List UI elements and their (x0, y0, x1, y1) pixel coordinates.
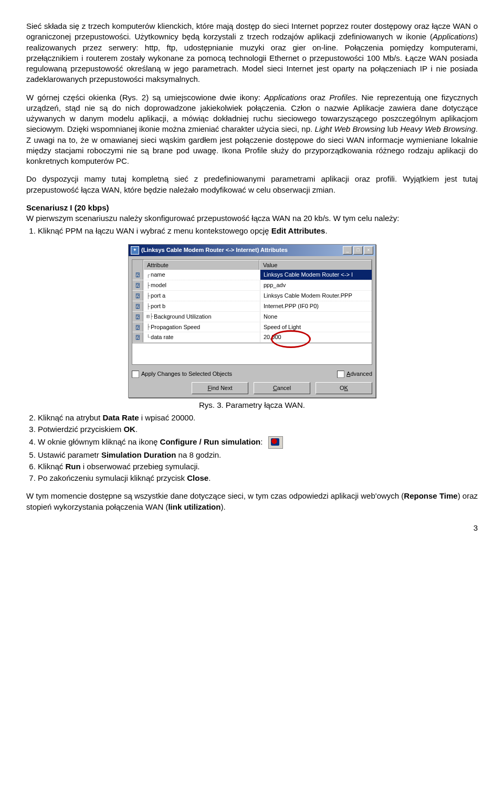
text: . (208, 473, 211, 482)
app-icon: ✦ (131, 246, 139, 255)
steps-list-1: Kliknąć PPM na łączu WAN i wybrać z menu… (26, 226, 478, 236)
text: lub (385, 124, 400, 133)
table-row[interactable]: ⍰└data rate20,000 (132, 332, 372, 343)
text-bold: OK (123, 425, 135, 434)
text: na 8 godzin. (176, 450, 221, 459)
text-bold: Simulation Duration (101, 450, 176, 459)
value-cell[interactable]: Linksys Cable Modem Router <-> I (260, 270, 372, 280)
page-number: 3 (26, 523, 478, 533)
text-italic: Profiles (329, 93, 355, 102)
text-italic: Applications (264, 93, 307, 102)
table-row[interactable]: ⍰├port aLinksys Cable Modem Router.PPP (132, 291, 372, 301)
figure-caption: Rys. 3. Parametry łącza WAN. (26, 400, 478, 410)
text: Ustawić parametr (38, 450, 101, 459)
cancel-button[interactable]: Cancel (254, 382, 310, 394)
step-5: Ustawić parametr Simulation Duration na … (38, 450, 478, 460)
scenario-title: Scenariusz I (20 kbps) (26, 203, 109, 212)
text: Kliknąć (38, 462, 66, 471)
help-icon[interactable]: ⍰ (132, 322, 143, 332)
table-row[interactable]: ⍰┌nameLinksys Cable Modem Router <-> I (132, 270, 372, 280)
checkbox-label: Advanced (346, 370, 372, 378)
text: Kliknąć na atrybut (38, 413, 102, 422)
text: : (260, 437, 262, 446)
attributes-dialog: ✦ (Linksys Cable Modem Router <-> Intern… (128, 244, 376, 398)
attr-cell: ├port a (143, 291, 260, 301)
text: . (325, 226, 327, 235)
step-1: Kliknąć PPM na łączu WAN i wybrać z menu… (38, 226, 478, 236)
steps-list-2: Kliknąć na atrybut Data Rate i wpisać 20… (26, 413, 478, 483)
scenario-heading: Scenariusz I (20 kbps) W pierwszym scena… (26, 203, 478, 224)
attr-cell: ├Propagation Speed (143, 322, 260, 332)
step-6: Kliknąć Run i obserwować przebieg symula… (38, 461, 478, 472)
text-italic: Applications (433, 32, 475, 41)
column-header-value[interactable]: Value (259, 260, 372, 270)
value-cell[interactable]: Internet.PPP (IF0 P0) (260, 301, 372, 311)
dialog-title: (Linksys Cable Modem Router <-> Internet… (141, 246, 343, 254)
text: Po zakończeniu symulacji kliknąć przycis… (38, 473, 187, 482)
help-icon[interactable]: ⍰ (132, 291, 143, 301)
text-italic: Heavy Web Browsing (400, 124, 476, 133)
text-bold: link utilization (168, 502, 220, 511)
value-cell[interactable]: None (260, 312, 372, 322)
text: Potwierdzić przyciskiem (38, 425, 123, 434)
text: i obserwować przebieg symulacji. (81, 462, 200, 471)
paragraph-last: W tym momencie dostępne są wszystkie dan… (26, 491, 478, 512)
text-bold: Data Rate (102, 413, 139, 422)
checkbox-icon (337, 371, 344, 378)
help-icon[interactable]: ⍰ (132, 332, 143, 342)
attributes-grid: Attribute Value ⍰┌nameLinksys Cable Mode… (132, 259, 372, 344)
step-3: Potwierdzić przyciskiem OK. (38, 424, 478, 435)
text: oraz (307, 93, 329, 102)
text-bold: Run (66, 462, 81, 471)
advanced-checkbox[interactable]: Advanced (337, 370, 372, 378)
maximize-button[interactable]: □ (353, 246, 363, 255)
paragraph-2: W górnej części okienka (Rys. 2) są umie… (26, 92, 478, 167)
step-7: Po zakończeniu symulacji kliknąć przycis… (38, 473, 478, 483)
text: . (135, 425, 138, 434)
step-4: W oknie głównym kliknąć na ikonę Configu… (38, 436, 478, 449)
text: W oknie głównym kliknąć na ikonę (38, 437, 160, 446)
value-cell[interactable]: 20,000 (260, 332, 372, 342)
text: ). (220, 502, 225, 511)
help-icon[interactable]: ⍰ (132, 312, 143, 322)
column-header-attribute[interactable]: Attribute (143, 260, 259, 270)
text-bold: Close (187, 473, 208, 482)
text: Sieć składa się z trzech komputerów klie… (26, 22, 478, 41)
text-bold: Edit Attributes (271, 226, 326, 235)
dialog-titlebar[interactable]: ✦ (Linksys Cable Modem Router <-> Intern… (129, 245, 375, 256)
step-2: Kliknąć na atrybut Data Rate i wpisać 20… (38, 413, 478, 423)
text: i wpisać 20000. (139, 413, 196, 422)
paragraph-1: Sieć składa się z trzech komputerów klie… (26, 21, 478, 85)
attr-cell: ⊞├Background Utilization (143, 312, 260, 322)
find-next-button[interactable]: Find Next (192, 382, 248, 394)
text: Kliknąć PPM na łączu WAN i wybrać z menu… (38, 226, 271, 235)
figure-3: ✦ (Linksys Cable Modem Router <-> Intern… (26, 244, 478, 398)
close-button[interactable]: × (364, 246, 373, 255)
scenario-intro: W pierwszym scenariuszu należy skonfigur… (26, 214, 400, 223)
attr-cell: ├model (143, 280, 260, 290)
text-bold: Configure / Run simulation (160, 437, 261, 446)
table-row[interactable]: ⍰├Propagation SpeedSpeed of Light (132, 322, 372, 333)
table-row[interactable]: ⍰├modelppp_adv (132, 280, 372, 291)
ok-button[interactable]: OK (316, 382, 372, 394)
help-icon[interactable]: ⍰ (132, 301, 143, 311)
text-bold: Reponse Time (404, 491, 457, 500)
value-cell[interactable]: Linksys Cable Modem Router.PPP (260, 291, 372, 301)
table-row[interactable]: ⍰├port bInternet.PPP (IF0 P0) (132, 301, 372, 312)
text-italic: Light Web Browsing (315, 124, 385, 133)
minimize-button[interactable]: _ (343, 246, 352, 255)
help-icon[interactable]: ⍰ (132, 280, 143, 290)
attr-cell: ┌name (143, 270, 260, 280)
value-cell[interactable]: ppp_adv (260, 280, 372, 290)
run-simulation-icon (268, 436, 283, 449)
apply-changes-checkbox[interactable]: Apply Changes to Selected Objects (132, 370, 232, 378)
text: W tym momencie dostępne są wszystkie dan… (26, 491, 404, 500)
checkbox-label: Apply Changes to Selected Objects (141, 370, 232, 378)
paragraph-3: Do dyspozycji mamy tutaj kompletną sieć … (26, 174, 478, 195)
checkbox-icon (132, 371, 139, 378)
help-icon[interactable]: ⍰ (132, 270, 143, 280)
text: W górnej części okienka (Rys. 2) są umie… (26, 93, 264, 102)
attr-cell: ├port b (143, 301, 260, 311)
value-cell[interactable]: Speed of Light (260, 322, 372, 332)
table-row[interactable]: ⍰⊞├Background UtilizationNone (132, 312, 372, 322)
